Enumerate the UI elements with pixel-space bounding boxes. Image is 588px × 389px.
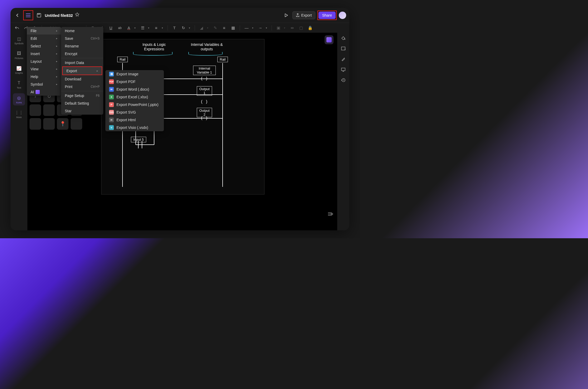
- strike-icon[interactable]: ab: [116, 25, 123, 31]
- star-icon[interactable]: [75, 12, 81, 18]
- shape-blank11[interactable]: [71, 118, 82, 130]
- right-rail: +: [337, 33, 349, 230]
- lock-icon[interactable]: 🔒: [307, 25, 313, 31]
- align-icon[interactable]: ☰: [139, 25, 146, 31]
- rail-graphs[interactable]: 📈Graphs: [13, 64, 25, 76]
- navigator-icon[interactable]: +: [340, 45, 347, 52]
- file-menu-rename[interactable]: Rename: [61, 42, 103, 50]
- in5: Input 5: [131, 137, 146, 142]
- line-style-icon[interactable]: ≡: [221, 25, 228, 31]
- group-icon[interactable]: ▣: [275, 25, 282, 31]
- menu-symbol[interactable]: Symbol▸: [27, 80, 61, 88]
- menu-layout[interactable]: Layout▸: [27, 57, 61, 65]
- svg-rect-0: [37, 13, 41, 17]
- line-type-icon[interactable]: —: [243, 25, 250, 31]
- line-height-icon[interactable]: ≡: [153, 25, 160, 31]
- rail-pictures[interactable]: 🖼Pictures: [13, 49, 25, 61]
- file-menu-export[interactable]: Export▸: [63, 67, 102, 75]
- arrow-icon[interactable]: →: [257, 25, 264, 31]
- file-menu-encrypt[interactable]: Encrypt: [61, 50, 103, 57]
- present-icon[interactable]: [340, 66, 347, 73]
- menu-edit[interactable]: Edit▸: [27, 35, 61, 42]
- export-export-visio-vsdx-[interactable]: VExport Visio (.vsdx): [105, 124, 164, 131]
- export-export-svg[interactable]: SVGExport SVG: [105, 108, 164, 116]
- shape-pin2[interactable]: 📍: [57, 118, 68, 130]
- history-icon[interactable]: [340, 76, 347, 84]
- main-menu: File▸Edit▸Select▸Insert▸Layout▸View▸Help…: [27, 27, 61, 96]
- menu-file[interactable]: File▸: [27, 27, 61, 35]
- rail-more[interactable]: ⋮⋮More: [13, 108, 25, 120]
- iv1: Internal Variable 1: [193, 66, 216, 75]
- file-title[interactable]: Untitled file832: [45, 13, 73, 18]
- settings-icon[interactable]: [327, 210, 334, 218]
- file-menu-home[interactable]: Home: [61, 27, 103, 35]
- file-menu-download[interactable]: Download: [61, 75, 103, 83]
- rail-symbols[interactable]: ◫Symbols: [13, 34, 25, 46]
- menu-help[interactable]: Help▸: [27, 73, 61, 80]
- export-export-pdf[interactable]: PDFExport PDF: [105, 78, 164, 85]
- undo-icon[interactable]: [14, 25, 21, 31]
- out1: Output 1: [197, 86, 212, 96]
- menu-ai[interactable]: AI: [27, 88, 61, 96]
- app-window: Untitled file832 Export Share ✎ Arial ▾ …: [11, 8, 349, 230]
- save-icon[interactable]: [35, 12, 43, 19]
- file-menu-print[interactable]: PrintCtrl+P: [61, 83, 103, 90]
- fill-bucket-icon[interactable]: [340, 34, 347, 42]
- export-export-image[interactable]: 🖼Export Image: [105, 70, 164, 78]
- rail-text[interactable]: TText: [13, 79, 25, 91]
- export-export-powerpoint-pptx-[interactable]: PExport PowerPoint (.pptx): [105, 101, 164, 108]
- font-color-icon[interactable]: A: [125, 25, 132, 31]
- menu-select[interactable]: Select▸: [27, 42, 61, 50]
- rail-icons[interactable]: ◎Icons: [13, 93, 25, 105]
- svg-rect-4: [341, 68, 345, 71]
- shape-blank7[interactable]: [43, 104, 55, 116]
- file-menu-page-setup[interactable]: Page SetupF6: [61, 92, 103, 99]
- hamburger-highlight: [23, 10, 33, 20]
- back-button[interactable]: [14, 12, 21, 19]
- share-button[interactable]: Share: [318, 12, 336, 19]
- export-label: Export: [301, 13, 312, 17]
- export-export-word-docx-[interactable]: WExport Word (.docx): [105, 85, 164, 93]
- export-button[interactable]: Export: [292, 11, 315, 19]
- file-menu-save[interactable]: SaveCtrl+S: [61, 35, 103, 42]
- pen-tool-icon[interactable]: [340, 55, 347, 63]
- hamburger-menu[interactable]: [24, 11, 32, 19]
- play-button[interactable]: [282, 11, 290, 20]
- svg-text:+: +: [344, 48, 346, 51]
- shape-blank6[interactable]: [30, 104, 41, 116]
- menu-view[interactable]: View▸: [27, 65, 61, 73]
- svg-rect-1: [38, 13, 40, 14]
- file-menu: HomeSaveCtrl+SRenameEncryptImport DataEx…: [61, 27, 103, 115]
- distribute-icon[interactable]: ▢: [298, 25, 305, 31]
- menu-insert[interactable]: Insert▸: [27, 50, 61, 57]
- file-menu-default-setting[interactable]: Default Setting: [61, 99, 103, 107]
- avatar[interactable]: [339, 12, 346, 19]
- text-tool-icon[interactable]: T: [171, 25, 178, 31]
- fill-icon[interactable]: ◢: [198, 25, 205, 31]
- underline-icon[interactable]: U: [107, 25, 114, 31]
- highlight-icon[interactable]: ✎: [212, 25, 219, 31]
- share-highlight: Share: [317, 11, 337, 20]
- left-rail: ◫Symbols🖼Pictures📈GraphsTText◎Icons⋮⋮Mor…: [11, 33, 27, 230]
- dash-icon[interactable]: ▦: [230, 25, 237, 31]
- app-logo[interactable]: [325, 35, 334, 44]
- file-menu-star[interactable]: Star: [61, 107, 103, 115]
- shape-blank9[interactable]: [30, 118, 41, 130]
- file-menu-import-data[interactable]: Import Data: [61, 59, 103, 66]
- header: Untitled file832 Export Share: [11, 8, 349, 23]
- text-rotation-icon[interactable]: ↻: [180, 25, 187, 31]
- align-obj-icon[interactable]: ⇹: [289, 25, 296, 31]
- export-export-html[interactable]: HExport Html: [105, 116, 164, 124]
- export-menu: 🖼Export ImagePDFExport PDFWExport Word (…: [105, 70, 164, 131]
- shape-blank10[interactable]: [43, 118, 55, 130]
- export-export-excel-xlsx-[interactable]: XExport Excel (.xlsx): [105, 93, 164, 101]
